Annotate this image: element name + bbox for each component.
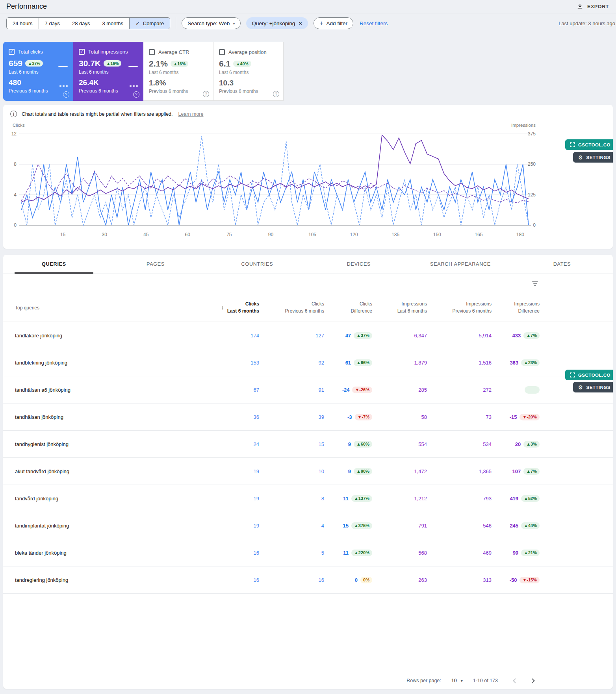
query-cell[interactable]: tandhälsan a6 jönköping — [15, 387, 200, 393]
difference-badge: ▼-26% — [352, 387, 372, 393]
gear-icon: ⚙ — [578, 384, 583, 390]
impressions-previous-cell: 1,516 — [427, 360, 492, 366]
unchecked-checkbox-icon[interactable] — [219, 49, 225, 55]
table-footer: Rows per page: 10 ▾ 1-10 of 173 — [3, 672, 613, 689]
clicks-previous-cell: 15 — [259, 441, 324, 447]
metric-value-previous: 26.4K — [79, 78, 99, 87]
query-cell[interactable]: tandläkare jönköping — [15, 333, 200, 339]
svg-text:150: 150 — [433, 232, 441, 237]
clicks-difference-cell: 00% — [324, 577, 372, 583]
tab-countries[interactable]: COUNTRIES — [206, 255, 308, 274]
column-header-clicks-last-6-months[interactable]: ↓ClicksLast 6 months — [200, 301, 259, 315]
settings-button[interactable]: ⚙ SETTINGS — [573, 152, 613, 163]
impressions-last-cell: 285 — [372, 387, 427, 393]
export-button[interactable]: EXPORT — [577, 3, 609, 10]
svg-text:Clicks: Clicks — [13, 123, 25, 128]
gsctool-extension-button[interactable]: GSCTOOL.CO — [565, 370, 613, 380]
clicks-difference-cell: 9▲60% — [324, 441, 372, 448]
metric-card-total-clicks[interactable]: ✓Total clicks659▲37%Last 6 months480Prev… — [3, 42, 73, 101]
metric-delta-badge: ▲37% — [25, 60, 43, 67]
metric-delta-badge: ▲16% — [171, 61, 188, 67]
query-cell[interactable]: tandreglering jönköping — [15, 577, 200, 583]
unchecked-checkbox-icon[interactable] — [149, 49, 155, 55]
query-cell[interactable]: bleka tänder jönköping — [15, 550, 200, 556]
next-page-button[interactable] — [530, 678, 535, 683]
help-icon[interactable]: ? — [133, 91, 139, 98]
column-header-impressions-last-6-months[interactable]: ImpressionsLast 6 months — [372, 301, 427, 315]
search-type-dropdown[interactable]: Search type: Web ▾ — [182, 17, 241, 29]
learn-more-link[interactable]: Learn more — [178, 111, 204, 117]
chevron-down-icon: ▾ — [233, 21, 235, 26]
metric-period: Last 6 months — [219, 70, 251, 75]
tab-pages[interactable]: PAGES — [105, 255, 206, 274]
query-cell[interactable]: tandhälsan jönköping — [15, 414, 200, 420]
metric-value: 30.7K — [79, 59, 101, 68]
compare-toggle[interactable]: ✓Compare — [129, 18, 170, 29]
settings-button[interactable]: ⚙ SETTINGS — [573, 382, 613, 392]
clicks-last-cell: 153 — [200, 360, 259, 366]
filter-table-icon[interactable] — [531, 280, 540, 288]
rows-per-page-value: 10 — [451, 678, 457, 683]
query-cell[interactable]: tandimplantat jönköping — [15, 523, 200, 529]
column-header-clicks-difference[interactable]: ClicksDifference — [324, 301, 372, 315]
svg-text:15: 15 — [60, 232, 66, 237]
tab-dates[interactable]: DATES — [511, 255, 613, 274]
metric-value: 2.1% — [149, 59, 168, 68]
query-cell[interactable]: tandblekning jönköping — [15, 360, 200, 366]
query-cell[interactable]: tandvård jönköping — [15, 496, 200, 502]
tab-queries[interactable]: QUERIES — [3, 255, 105, 274]
gear-icon: ⚙ — [578, 154, 583, 161]
rows-per-page-select[interactable]: 10 ▾ — [451, 678, 463, 683]
difference-badge: ▼-7% — [355, 414, 372, 420]
clicks-previous-cell: 39 — [259, 414, 324, 420]
clicks-last-cell: 16 — [200, 577, 259, 583]
svg-text:375: 375 — [528, 131, 536, 137]
metric-card-average-ctr[interactable]: Average CTR2.1%▲16%Last 6 months1.8%Prev… — [143, 42, 213, 101]
checked-checkbox-icon[interactable]: ✓ — [9, 49, 15, 55]
gsctool-label: GSCTOOL.CO — [578, 143, 610, 147]
svg-text:105: 105 — [308, 232, 316, 237]
column-header-impressions-difference[interactable]: ImpressionsDifference — [492, 301, 540, 315]
difference-badge: ▲21% — [521, 550, 540, 556]
add-filter-button[interactable]: + Add filter — [314, 17, 353, 29]
svg-text:135: 135 — [391, 232, 399, 237]
impressions-previous-cell: 272 — [427, 387, 492, 393]
difference-badge: ▼-20% — [520, 414, 540, 420]
metric-card-average-position[interactable]: Average position6.1▲40%Last 6 months10.3… — [213, 42, 284, 101]
date-range-button[interactable]: 28 days — [66, 18, 96, 29]
checked-checkbox-icon[interactable]: ✓ — [79, 49, 85, 55]
close-icon[interactable]: ✕ — [298, 20, 302, 26]
impressions-previous-cell: 313 — [427, 577, 492, 583]
gsctool-label: GSCTOOL.CO — [578, 373, 610, 378]
performance-chart[interactable]: ClicksImpressions04812012525037515304560… — [3, 120, 613, 246]
help-icon[interactable]: ? — [203, 91, 209, 97]
query-cell[interactable]: akut tandvård jönköping — [15, 468, 200, 474]
previous-page-button[interactable] — [513, 678, 518, 683]
date-range-button[interactable]: 3 months — [96, 18, 129, 29]
tab-devices[interactable]: DEVICES — [308, 255, 410, 274]
date-range-button[interactable]: 24 hours — [7, 18, 39, 29]
metric-period-previous: Previous 6 months — [149, 89, 188, 94]
difference-badge: ▲90% — [354, 468, 372, 475]
difference-badge: ▲375% — [351, 522, 372, 529]
impressions-difference-cell: 419▲52% — [492, 495, 540, 502]
metric-delta-badge: ▲16% — [104, 60, 121, 67]
query-cell[interactable]: tandhygienist jönköping — [15, 441, 200, 447]
table-row: tandhygienist jönköping24159▲60%55453420… — [3, 431, 613, 458]
reset-filters-link[interactable]: Reset filters — [360, 20, 388, 26]
query-filter-chip[interactable]: Query: +jönköping ✕ — [246, 17, 308, 29]
clicks-difference-cell: 11▲137% — [324, 495, 372, 502]
clicks-last-cell: 16 — [200, 550, 259, 556]
impressions-last-cell: 554 — [372, 441, 427, 447]
column-header-clicks-previous-6-months[interactable]: ClicksPrevious 6 months — [259, 301, 324, 315]
help-icon[interactable]: ? — [63, 91, 69, 98]
column-header-impressions-previous-6-months[interactable]: ImpressionsPrevious 6 months — [427, 301, 492, 315]
gsctool-extension-button[interactable]: GSCTOOL.CO — [565, 139, 613, 150]
metric-card-total-impressions[interactable]: ✓Total impressions30.7K▲16%Last 6 months… — [73, 42, 143, 101]
tab-search-appearance[interactable]: SEARCH APPEARANCE — [410, 255, 511, 274]
difference-badge: ▲66% — [354, 359, 372, 366]
help-icon[interactable]: ? — [273, 91, 279, 97]
export-label: EXPORT — [587, 4, 609, 9]
date-range-button[interactable]: 7 days — [39, 18, 66, 29]
metric-value: 6.1 — [219, 59, 230, 68]
